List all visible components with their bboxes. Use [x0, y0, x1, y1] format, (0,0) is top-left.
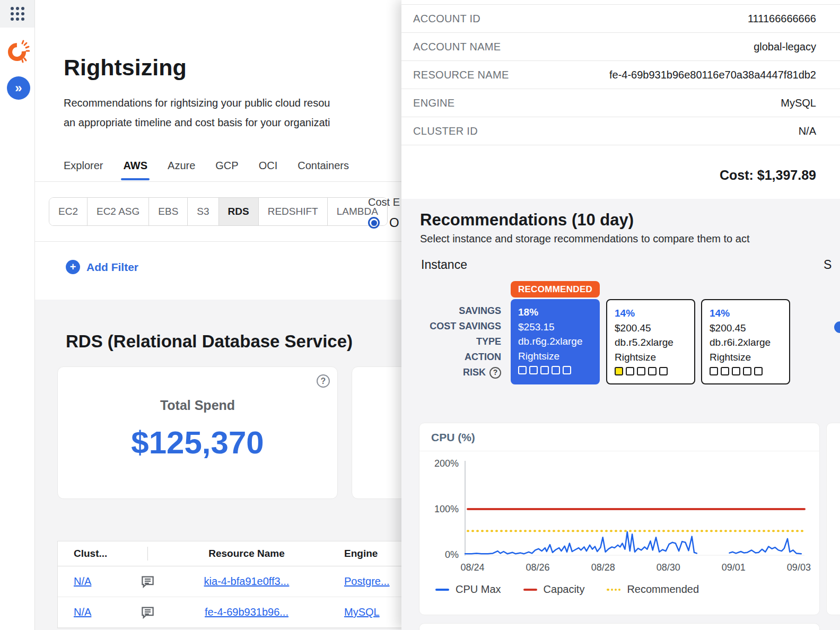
legend-item-capacity: Capacity: [523, 583, 585, 596]
recommendation-card-1[interactable]: 18% $253.15 db.r6g.2xlarge Rightsize: [511, 299, 600, 384]
tab-aws[interactable]: AWS: [123, 160, 147, 180]
tab-explorer[interactable]: Explorer: [64, 160, 103, 180]
cpu-chart-card: CPU (%) 0%100%200%08/2408/2608/2808/3009…: [419, 423, 820, 615]
add-filter-button[interactable]: + Add Filter: [66, 260, 138, 274]
add-filter-label: Add Filter: [86, 261, 138, 274]
tab-oci[interactable]: OCI: [259, 160, 278, 180]
plus-icon: +: [66, 260, 80, 274]
recommendation-card-3[interactable]: 14% $200.45 db.r6i.2xlarge Rightsize: [701, 299, 790, 384]
instance-group-label: Instance: [421, 258, 467, 272]
page-title: Rightsizing: [64, 55, 187, 81]
cost-savings-value: $200.45: [710, 321, 789, 336]
svg-text:08/26: 08/26: [526, 562, 550, 573]
recommended-swatch-icon: [607, 589, 620, 591]
resource-detail-panel: ACCOUNT ID 111166666666 ACCOUNT NAME glo…: [401, 0, 840, 630]
chevron-double-right-icon: »: [15, 81, 22, 95]
detail-value: fe-4-69b931b96e80116e70a38a4447f81db2: [609, 69, 816, 81]
cost-basis-radio-row: O: [368, 215, 399, 230]
total-spend-label: Total Spend: [58, 398, 337, 413]
svg-text:200%: 200%: [434, 458, 459, 469]
engine-link[interactable]: MySQL: [344, 606, 380, 618]
type-value: db.r6i.2xlarge: [710, 335, 789, 350]
cpu-chart: 0%100%200%08/2408/2608/2808/3009/0109/03: [424, 454, 816, 579]
risk-squares: [518, 366, 600, 374]
legend-label: CPU Max: [456, 583, 501, 596]
tab-azure[interactable]: Azure: [168, 160, 195, 180]
cost-basis-radio[interactable]: [368, 217, 380, 229]
column-header-cluster[interactable]: Clust...: [58, 548, 128, 559]
recommendation-row-labels: SAVINGS COST SAVINGS TYPE ACTION RISK ?: [401, 303, 501, 380]
chart-legend: CPU Max Capacity Recommended: [435, 583, 699, 596]
type-value: db.r6g.2xlarge: [518, 334, 600, 349]
svg-text:08/28: 08/28: [591, 562, 615, 573]
rds-section-title: RDS (Relational Database Service): [66, 331, 353, 352]
help-icon[interactable]: ?: [317, 374, 330, 388]
detail-row: ENGINE MySQL: [401, 89, 840, 117]
cluster-link[interactable]: N/A: [74, 575, 91, 587]
type-value: db.r5.2xlarge: [615, 335, 694, 350]
detail-value: N/A: [799, 125, 816, 137]
svg-text:100%: 100%: [434, 504, 459, 514]
brand-logo-icon[interactable]: [6, 38, 30, 64]
page-description-line1: Recommendations for rightsizing your pub…: [64, 93, 330, 113]
resource-cost: Cost: $1,397.89: [720, 168, 816, 183]
comment-icon[interactable]: [141, 605, 155, 619]
cost-savings-row-label: COST SAVINGS: [401, 319, 501, 334]
detail-row: RESOURCE NAME fe-4-69b931b96e80116e70a38…: [401, 61, 840, 89]
tab-gcp[interactable]: GCP: [215, 160, 238, 180]
storage-radio-partial[interactable]: [834, 321, 840, 333]
svg-text:09/01: 09/01: [722, 562, 746, 573]
detail-label: ACCOUNT ID: [413, 13, 480, 25]
action-value: Rightsize: [518, 349, 600, 364]
left-rail: »: [0, 0, 35, 630]
legend-label: Recommended: [627, 583, 699, 596]
provider-tabs: Explorer AWS Azure GCP OCI Containers: [64, 160, 349, 180]
comment-icon[interactable]: [141, 574, 155, 589]
expand-sidebar-button[interactable]: »: [7, 76, 30, 100]
cost-savings-value: $253.15: [518, 320, 600, 335]
savings-row-label: SAVINGS: [401, 303, 501, 319]
engine-link[interactable]: Postgre...: [344, 575, 390, 587]
total-spend-value: $125,370: [58, 424, 337, 461]
risk-row-label: RISK: [463, 365, 486, 380]
risk-squares: [615, 367, 694, 375]
service-s3[interactable]: S3: [187, 198, 218, 225]
resource-details-list: ACCOUNT ID 111166666666 ACCOUNT NAME glo…: [401, 4, 840, 145]
risk-help-icon[interactable]: ?: [489, 367, 501, 379]
cost-basis-label: Cost E: [368, 196, 400, 208]
cost-basis-option-label: O: [389, 215, 399, 230]
service-ebs[interactable]: EBS: [148, 198, 187, 225]
recommendation-card-2[interactable]: 14% $200.45 db.r5.2xlarge Rightsize: [606, 299, 695, 384]
service-ec2[interactable]: EC2: [49, 198, 87, 225]
recommended-badge: RECOMMENDED: [511, 281, 600, 298]
resource-name-link[interactable]: kia-4-bfa91e0ff3...: [204, 575, 290, 587]
detail-value: MySQL: [781, 97, 816, 109]
service-ec2-asg[interactable]: EC2 ASG: [87, 198, 148, 225]
app-launcher-button[interactable]: [0, 0, 34, 28]
total-spend-card: ? Total Spend $125,370: [57, 366, 338, 499]
savings-value: 14%: [615, 306, 694, 321]
tab-containers[interactable]: Containers: [298, 160, 349, 180]
action-value: Rightsize: [710, 350, 789, 365]
recommendations-title: Recommendations (10 day): [420, 211, 634, 230]
cluster-link[interactable]: N/A: [74, 606, 91, 618]
recommendations-section: Recommendations (10 day) Select instance…: [401, 199, 840, 630]
service-button-group: EC2 EC2 ASG EBS S3 RDS REDSHIFT LAMBDA: [49, 197, 388, 226]
cost-savings-value: $200.45: [615, 321, 694, 336]
column-header-resource-name[interactable]: Resource Name: [167, 548, 326, 559]
next-chart-card-partial: [419, 623, 820, 630]
svg-text:0%: 0%: [445, 549, 459, 560]
resource-name-link[interactable]: fe-4-69b931b96...: [205, 606, 288, 618]
detail-row: ACCOUNT NAME global-legacy: [401, 33, 840, 61]
detail-label: ACCOUNT NAME: [413, 41, 501, 53]
service-rds[interactable]: RDS: [218, 198, 258, 225]
detail-label: RESOURCE NAME: [413, 69, 509, 81]
recommendations-subtitle: Select instance and storage recommendati…: [420, 233, 749, 245]
action-row-label: ACTION: [401, 349, 501, 365]
type-row-label: TYPE: [401, 334, 501, 349]
cpu-chart-title: CPU (%): [419, 423, 819, 451]
savings-value: 14%: [710, 306, 789, 321]
detail-value: 111166666666: [748, 13, 816, 25]
service-redshift[interactable]: REDSHIFT: [258, 198, 327, 225]
svg-text:09/03: 09/03: [787, 562, 811, 573]
